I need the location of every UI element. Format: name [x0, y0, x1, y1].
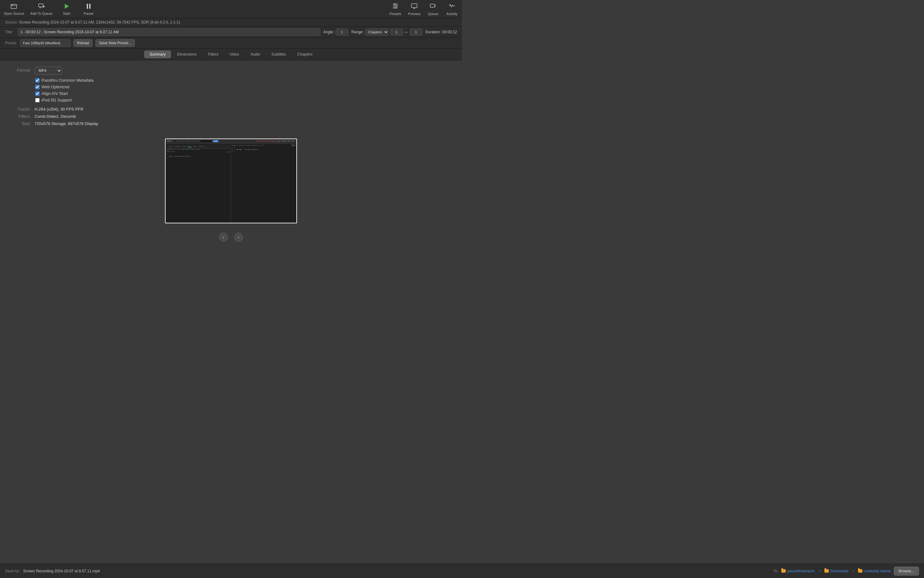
- checkbox-align-av[interactable]: Align A/V Start: [35, 91, 93, 96]
- angle-spinner[interactable]: [336, 29, 348, 36]
- checkbox-align-av-label: Align A/V Start: [41, 91, 68, 96]
- svg-point-1: [11, 5, 12, 5]
- reload-button[interactable]: Reload: [73, 39, 93, 47]
- svg-rect-8: [393, 6, 398, 6]
- toolbar-right: Presets Preview Queue: [389, 3, 458, 16]
- checkbox-align-av-input[interactable]: [35, 91, 40, 96]
- api-sub-tabs: JSON XML Text Form Form-encode GraphQL B…: [167, 149, 230, 150]
- checkbox-web-optimized-input[interactable]: [35, 85, 40, 89]
- toolbar: Open Source Add To Queue Start Pause: [0, 0, 462, 18]
- presets-button[interactable]: Presets: [389, 3, 402, 16]
- tab-video[interactable]: Video: [224, 50, 244, 58]
- open-source-button[interactable]: Open Source: [4, 3, 24, 15]
- checkbox-ipod[interactable]: iPod 5G Support: [35, 98, 93, 102]
- api-copy-button[interactable]: Copy: [291, 144, 296, 146]
- checkbox-web-optimized[interactable]: Web Optimized: [35, 84, 93, 89]
- range-to[interactable]: [410, 29, 422, 36]
- api-body: Query Headers 7 Auth Body Tests Pre-Run …: [166, 144, 296, 223]
- tab-chapters[interactable]: Chapters: [292, 50, 318, 58]
- api-status: Status: 429 Too Many Requests: [256, 140, 276, 142]
- api-subtab-text: Text: [174, 149, 177, 150]
- checkbox-web-optimized-label: Web Optimized: [41, 84, 70, 89]
- range-from[interactable]: [390, 29, 403, 36]
- checkbox-group: Passthru Common Metadata Web Optimized A…: [35, 78, 93, 102]
- api-subtab-formencode: Form-encode: [182, 149, 189, 150]
- svg-point-2: [13, 5, 13, 5]
- api-resp-tab-cookies: Cookies: [246, 144, 251, 146]
- api-subtab-xml: XML: [171, 149, 174, 150]
- checkbox-ipod-label: iPod 5G Support: [41, 98, 72, 102]
- checkbox-ipod-input[interactable]: [35, 98, 40, 102]
- checkbox-passthru-input[interactable]: [35, 78, 40, 83]
- add-to-queue-button[interactable]: Add To Queue: [31, 3, 52, 15]
- save-new-preset-button[interactable]: Save New Preset...: [96, 39, 135, 47]
- tracks-value: H.264 (x264), 30 FPS PFR: [34, 107, 83, 112]
- presets-icon: [392, 3, 399, 11]
- range-select[interactable]: Chapters Seconds Frames: [365, 29, 389, 36]
- checkbox-passthru-label: Passthru Common Metadata: [41, 78, 93, 83]
- queue-button[interactable]: Queue: [427, 3, 439, 16]
- range-dash: —: [405, 30, 408, 34]
- api-resp-tab-results: Results: [251, 144, 255, 146]
- main-content: Format: MP4 MKV WebM Passthru Common Met…: [0, 60, 462, 251]
- tab-bar: Summary Dimensions Filters Video Audio S…: [0, 49, 462, 60]
- range-label: Range:: [351, 30, 364, 34]
- preview-button[interactable]: Preview: [408, 3, 421, 16]
- svg-rect-6: [89, 4, 91, 9]
- preview-area: POST ▼ https://blog.pavanbhaskar.com/api…: [10, 132, 452, 230]
- api-resp-tab-braces: {}: [260, 144, 262, 146]
- preset-select[interactable]: Fast 1080p30 (Modified): [20, 39, 70, 47]
- start-button[interactable]: Start: [59, 3, 75, 15]
- tab-dimensions[interactable]: Dimensions: [172, 50, 202, 58]
- tab-subtitles[interactable]: Subtitles: [266, 50, 291, 58]
- api-url: https://blog.pavanbhaskar.com/api/views: [174, 140, 212, 142]
- preview-frame: POST ▼ https://blog.pavanbhaskar.com/api…: [165, 138, 297, 223]
- svg-rect-13: [412, 4, 417, 8]
- add-to-queue-label: Add To Queue: [31, 11, 52, 15]
- preview-container: POST ▼ https://blog.pavanbhaskar.com/api…: [165, 138, 297, 223]
- format-row: MP4 MKV WebM: [34, 67, 62, 75]
- next-arrow[interactable]: ›: [234, 233, 243, 242]
- api-subtab-form: Form: [177, 149, 181, 150]
- format-select[interactable]: MP4 MKV WebM: [34, 67, 62, 75]
- prev-arrow[interactable]: ‹: [219, 233, 228, 242]
- preset-label: Preset:: [5, 41, 17, 45]
- api-right-panel: Response Headers 10 Cookies Results Docs…: [231, 144, 296, 223]
- svg-rect-3: [39, 4, 43, 7]
- api-subtab-graphql: GraphQL: [190, 149, 195, 150]
- angle-area: Angle:: [324, 29, 348, 36]
- add-to-queue-icon: [38, 3, 45, 11]
- api-preview-content: POST ▼ https://blog.pavanbhaskar.com/api…: [166, 139, 296, 223]
- source-bar: Source: Screen Recording 2024-10-07 at 8…: [0, 18, 462, 27]
- angle-label: Angle:: [324, 30, 334, 34]
- tracks-label: Tracks:: [10, 107, 34, 112]
- svg-rect-14: [430, 4, 435, 7]
- queue-label: Queue: [428, 12, 438, 16]
- svg-rect-5: [87, 4, 88, 9]
- tab-audio[interactable]: Audio: [245, 50, 265, 58]
- preview-label: Preview: [408, 12, 420, 16]
- api-tabs-row: Query Headers 7 Auth Body Tests Pre-Run: [167, 144, 230, 149]
- title-input[interactable]: [18, 28, 320, 36]
- presets-label: Presets: [389, 12, 401, 16]
- duration-value: 00:00:12: [442, 30, 457, 34]
- checkbox-passthru[interactable]: Passthru Common Metadata: [35, 78, 93, 83]
- api-resp-tab-headers: Headers 10: [239, 144, 245, 146]
- preview-icon: [411, 3, 418, 11]
- activity-button[interactable]: Activity: [446, 3, 458, 16]
- format-label: Format:: [10, 67, 34, 75]
- api-response-tabs: Response Headers 10 Cookies Results Docs…: [232, 144, 295, 146]
- tab-summary[interactable]: Summary: [144, 50, 171, 58]
- api-request-code: { "slug": "steal-like-an-artist" }: [167, 154, 230, 159]
- start-icon: [63, 3, 70, 11]
- svg-marker-4: [65, 4, 69, 9]
- api-tab-prerun: Pre-Run: [198, 145, 204, 148]
- tab-filters[interactable]: Filters: [203, 50, 224, 58]
- pause-button[interactable]: Pause: [81, 3, 96, 15]
- svg-point-10: [394, 3, 395, 5]
- svg-point-11: [396, 5, 397, 6]
- api-format-label: Format: [226, 151, 230, 153]
- navigation-arrows: ‹ ›: [10, 230, 452, 245]
- pause-icon: [85, 3, 92, 11]
- api-tab-query: Query: [168, 145, 173, 148]
